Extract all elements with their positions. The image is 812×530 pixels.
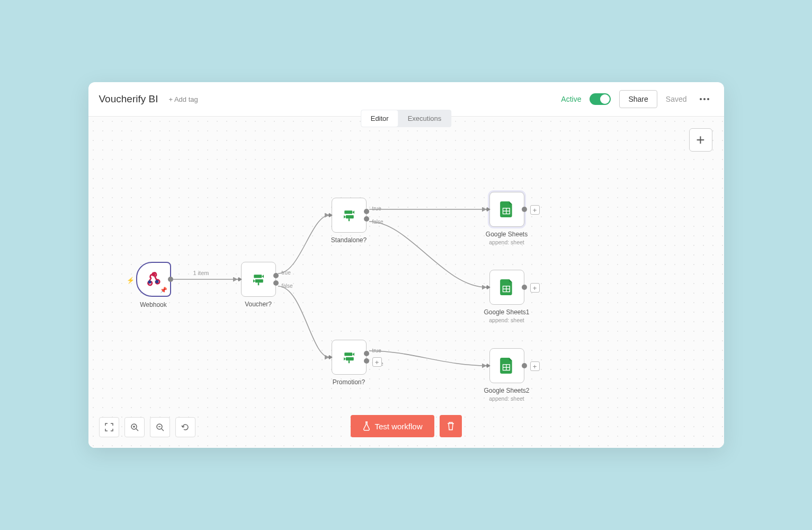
svg-line-26 bbox=[162, 429, 164, 431]
node-title: Voucher? bbox=[245, 301, 272, 308]
svg-line-22 bbox=[136, 429, 138, 431]
bottom-actions: Test workflow bbox=[350, 415, 461, 437]
tab-executions[interactable]: Executions bbox=[398, 110, 451, 127]
node-subtitle: append: sheet bbox=[489, 395, 524, 402]
port-out-true[interactable] bbox=[364, 209, 369, 214]
svg-rect-5 bbox=[257, 282, 259, 285]
port-out-false[interactable] bbox=[364, 216, 369, 222]
node-subtitle: append: sheet bbox=[489, 317, 524, 323]
undo-button[interactable] bbox=[175, 417, 195, 437]
svg-point-1 bbox=[148, 280, 151, 284]
active-status-label: Active bbox=[561, 95, 581, 103]
fit-view-button[interactable] bbox=[99, 417, 119, 437]
node-title: Webhook bbox=[140, 301, 166, 308]
port-label-false: false bbox=[282, 283, 293, 289]
node-title: Promotion? bbox=[333, 378, 365, 386]
port-in[interactable] bbox=[486, 207, 490, 212]
svg-rect-8 bbox=[348, 218, 350, 221]
pin-icon: 📌 bbox=[160, 287, 167, 294]
undo-icon bbox=[181, 423, 190, 431]
node-promotion[interactable]: true false + Promotion? bbox=[332, 340, 367, 375]
plus-icon: + bbox=[696, 131, 704, 148]
node-voucher[interactable]: true false Voucher? bbox=[241, 262, 276, 297]
port-out[interactable] bbox=[522, 207, 527, 212]
node-title: Google Sheets1 bbox=[484, 308, 529, 316]
svg-rect-3 bbox=[254, 275, 262, 278]
workflow-name[interactable]: Voucherify BI bbox=[99, 93, 158, 105]
svg-rect-6 bbox=[344, 210, 352, 214]
port-out[interactable] bbox=[168, 277, 173, 282]
node-google-sheets[interactable]: + Google Sheets append: sheet bbox=[489, 192, 524, 227]
tab-editor[interactable]: Editor bbox=[361, 110, 398, 127]
test-workflow-button[interactable]: Test workflow bbox=[350, 415, 434, 437]
add-connection-button[interactable]: + bbox=[530, 205, 540, 215]
trash-icon bbox=[447, 421, 455, 431]
svg-rect-7 bbox=[345, 215, 353, 218]
node-standalone[interactable]: true false Standalone? bbox=[332, 198, 367, 233]
header-actions: Active Share Saved bbox=[561, 90, 713, 108]
port-in[interactable] bbox=[486, 285, 490, 290]
webhook-icon bbox=[146, 271, 162, 287]
port-out[interactable] bbox=[522, 363, 527, 368]
port-in[interactable] bbox=[486, 363, 490, 368]
svg-point-0 bbox=[151, 273, 155, 276]
svg-rect-10 bbox=[345, 357, 353, 360]
node-subtitle: append: sheet bbox=[489, 239, 524, 245]
workflow-canvas[interactable]: + 1 item ⚡ bbox=[88, 117, 724, 448]
toggle-knob bbox=[600, 94, 610, 104]
fullscreen-icon bbox=[105, 423, 113, 431]
saved-status: Saved bbox=[666, 95, 687, 103]
google-sheets-icon bbox=[500, 201, 514, 217]
node-webhook[interactable]: ⚡ 📌 Webhook bbox=[136, 262, 171, 297]
port-out-false[interactable] bbox=[364, 358, 369, 364]
active-toggle[interactable] bbox=[590, 93, 611, 105]
add-connection-button[interactable]: + bbox=[372, 357, 382, 367]
switch-icon bbox=[341, 207, 357, 223]
delete-button[interactable] bbox=[440, 415, 462, 437]
port-out-false[interactable] bbox=[273, 280, 279, 286]
node-title: Google Sheets bbox=[486, 231, 528, 238]
flask-icon bbox=[362, 421, 370, 431]
add-node-button[interactable]: + bbox=[689, 128, 712, 152]
add-tag-button[interactable]: + Add tag bbox=[168, 95, 198, 103]
port-label-true: true bbox=[372, 206, 381, 211]
zoom-out-button[interactable] bbox=[150, 417, 170, 437]
view-tabs: Editor Executions bbox=[361, 110, 452, 127]
svg-point-2 bbox=[155, 280, 158, 283]
share-button[interactable]: Share bbox=[619, 90, 657, 108]
more-menu-button[interactable] bbox=[695, 94, 713, 104]
zoom-out-icon bbox=[156, 423, 164, 431]
node-google-sheets1[interactable]: + Google Sheets1 append: sheet bbox=[489, 270, 524, 305]
svg-rect-9 bbox=[344, 352, 352, 356]
svg-rect-11 bbox=[348, 360, 350, 363]
switch-icon bbox=[341, 349, 357, 365]
node-title: Standalone? bbox=[331, 236, 367, 244]
add-connection-button[interactable]: + bbox=[530, 283, 540, 293]
edge-label-items: 1 item bbox=[193, 270, 209, 276]
lightning-icon: ⚡ bbox=[127, 277, 135, 284]
add-connection-button[interactable]: + bbox=[530, 361, 540, 371]
port-label-false: false bbox=[372, 219, 383, 225]
canvas-toolbar bbox=[99, 417, 195, 437]
google-sheets-icon bbox=[500, 279, 514, 295]
svg-rect-4 bbox=[255, 279, 263, 282]
zoom-in-icon bbox=[130, 423, 139, 431]
port-out[interactable] bbox=[522, 285, 527, 290]
port-out-true[interactable] bbox=[273, 273, 279, 278]
node-google-sheets2[interactable]: + Google Sheets2 append: sheet bbox=[489, 348, 524, 383]
app-window: Voucherify BI + Add tag Active Share Sav… bbox=[88, 82, 724, 448]
switch-icon bbox=[251, 271, 266, 287]
port-in[interactable] bbox=[328, 355, 333, 360]
node-title: Google Sheets2 bbox=[484, 387, 529, 394]
zoom-in-button[interactable] bbox=[124, 417, 145, 437]
port-in[interactable] bbox=[238, 277, 242, 282]
test-workflow-label: Test workflow bbox=[374, 422, 422, 431]
port-label-true: true bbox=[282, 270, 291, 276]
google-sheets-icon bbox=[500, 358, 514, 374]
port-out-true[interactable] bbox=[364, 351, 369, 356]
port-label-true: true bbox=[372, 348, 381, 354]
port-in[interactable] bbox=[328, 213, 333, 218]
edge-layer bbox=[88, 117, 724, 448]
